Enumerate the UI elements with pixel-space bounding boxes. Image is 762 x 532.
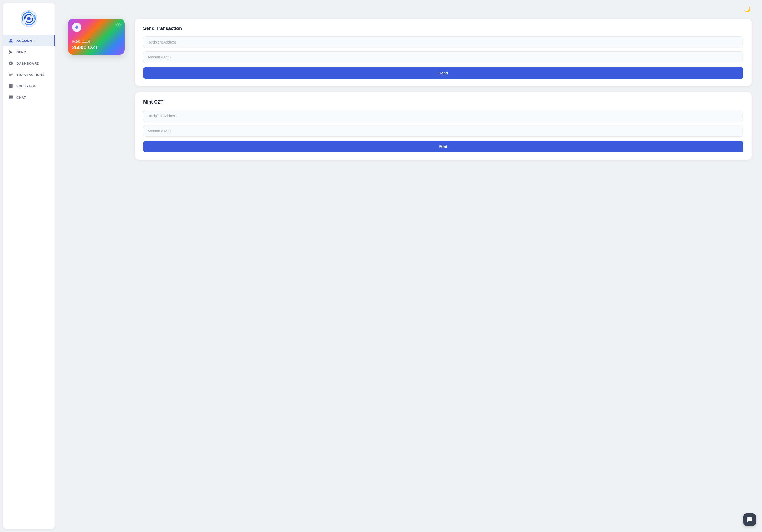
dashboard-icon [8, 61, 13, 66]
content-area: ⓘ 0x269...1abd 25000 OZT Send Transactio… [68, 19, 752, 160]
chat-float-icon [747, 517, 752, 522]
info-icon[interactable]: ⓘ [116, 23, 120, 28]
transactions-icon [8, 72, 13, 77]
exchange-label: EXCHANGE [17, 84, 37, 88]
mint-amount-input[interactable] [143, 125, 743, 137]
svg-point-3 [27, 17, 31, 20]
sidebar-item-dashboard[interactable]: DASHBOARD [3, 58, 55, 69]
sidebar-item-exchange[interactable]: EXCHANGE [3, 80, 55, 92]
sidebar-item-chat[interactable]: CHAT [3, 92, 55, 103]
send-button[interactable]: Send [143, 67, 743, 79]
dark-mode-toggle[interactable]: 🌙 [743, 5, 752, 13]
wallet-card-top: ⓘ [72, 23, 120, 32]
mint-button[interactable]: Mint [143, 141, 743, 153]
account-label: ACCOUNT [17, 39, 34, 43]
top-bar: 🌙 [68, 5, 752, 13]
sidebar: ACCOUNT SEND DASHBOARD [3, 3, 55, 529]
wallet-balance: 25000 OZT [72, 44, 120, 50]
chat-nav-icon [8, 95, 13, 100]
dashboard-label: DASHBOARD [17, 62, 39, 65]
send-amount-input[interactable] [143, 51, 743, 63]
logo [19, 8, 39, 29]
chat-label: CHAT [17, 96, 26, 100]
sidebar-item-account[interactable]: ACCOUNT [3, 35, 55, 46]
eth-icon [72, 23, 81, 32]
wallet-card: ⓘ 0x269...1abd 25000 OZT [68, 19, 125, 55]
wallet-card-bottom: 0x269...1abd 25000 OZT [72, 40, 120, 50]
chat-float-button[interactable] [743, 513, 756, 526]
forms-panel: Send Transaction Send Mint OZT Mint [135, 19, 752, 160]
mint-ozt-title: Mint OZT [143, 100, 743, 105]
nav-list: ACCOUNT SEND DASHBOARD [3, 35, 55, 103]
sidebar-item-transactions[interactable]: TRANSACTIONS [3, 69, 55, 80]
account-icon [8, 38, 13, 43]
mint-recipient-input[interactable] [143, 110, 743, 122]
main-content: 🌙 ⓘ 0x269...1abd 25000 OZT Send Transac [58, 0, 762, 532]
send-transaction-title: Send Transaction [143, 26, 743, 31]
mint-ozt-card: Mint OZT Mint [135, 92, 752, 160]
exchange-icon [8, 84, 13, 89]
sidebar-item-send[interactable]: SEND [3, 46, 55, 58]
send-recipient-input[interactable] [143, 36, 743, 48]
wallet-address: 0x269...1abd [72, 40, 120, 43]
send-label: SEND [17, 50, 26, 54]
transactions-label: TRANSACTIONS [17, 73, 44, 77]
send-icon [8, 49, 13, 55]
send-transaction-card: Send Transaction Send [135, 19, 752, 86]
